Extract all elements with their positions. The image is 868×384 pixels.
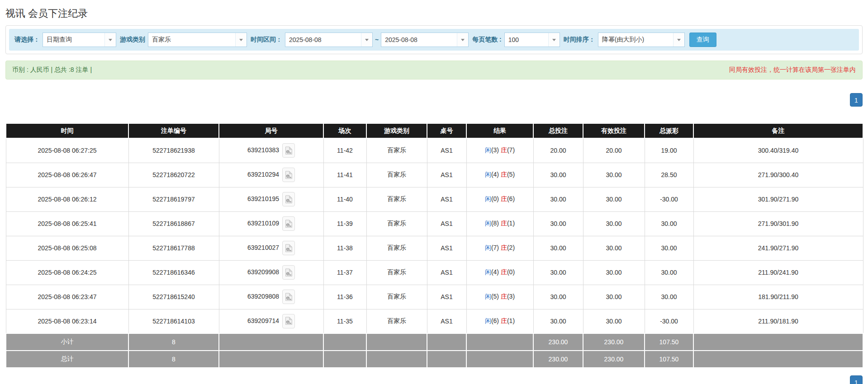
page-1-button[interactable]: 1 (850, 375, 863, 384)
subtotal-row: 小计 8 230.00 230.00 107.50 (6, 333, 863, 351)
game-type: 百家乐 (366, 163, 427, 187)
session: 11-41 (323, 163, 366, 187)
banker-score: (0) (507, 268, 515, 276)
game-type-dropdown[interactable]: 百家乐 (148, 33, 247, 47)
game-type: 百家乐 (366, 309, 427, 333)
valid-bet: 30.00 (583, 211, 645, 236)
video-clip-icon[interactable] (282, 192, 295, 206)
player-score: (0) (491, 195, 499, 202)
total-bet-link[interactable]: 20.00 (533, 138, 583, 163)
bet-time: 2025-08-08 06:23:47 (6, 285, 128, 309)
total-bet-link[interactable]: 30.00 (533, 285, 583, 309)
video-clip-icon[interactable] (282, 168, 295, 182)
round-id: 639210294 (247, 171, 279, 178)
bet-time: 2025-08-08 06:27:25 (6, 138, 128, 163)
col-time: 时间 (6, 123, 128, 138)
bet-time: 2025-08-08 06:23:14 (6, 309, 128, 333)
remark: 271.90/300.40 (693, 163, 863, 187)
page-size-dropdown[interactable]: 100 (504, 33, 560, 47)
col-session: 场次 (323, 123, 366, 138)
select-mode-label: 请选择： (14, 36, 40, 44)
table-no: AS1 (427, 236, 466, 260)
player-label: 闲 (485, 146, 491, 154)
total-payout: -30.00 (645, 187, 693, 211)
filter-bar: 请选择： 日期查询 游戏类别 百家乐 时间区间： 2025-08-08 ~ 20… (9, 29, 859, 51)
result-cell: 闲(3) 庄(7) (466, 138, 533, 163)
round-id: 639209808 (247, 293, 279, 300)
total-total-bet: 230.00 (533, 351, 583, 368)
player-label: 闲 (485, 317, 491, 324)
banker-label: 庄 (501, 171, 507, 178)
round-cell: 639210109 (219, 211, 323, 236)
bet-time: 2025-08-08 06:25:08 (6, 236, 128, 260)
player-score: (6) (491, 317, 499, 324)
bet-id: 522718619797 (128, 187, 219, 211)
table-no: AS1 (427, 138, 466, 163)
bet-id: 522718618867 (128, 211, 219, 236)
game-type: 百家乐 (366, 260, 427, 285)
search-button[interactable]: 查询 (689, 33, 716, 47)
date-to-value: 2025-08-08 (381, 36, 457, 43)
col-payout: 总派彩 (645, 123, 693, 138)
session: 11-36 (323, 285, 366, 309)
chevron-down-icon[interactable] (104, 33, 116, 47)
query-mode-dropdown[interactable]: 日期查询 (43, 33, 116, 47)
table-no: AS1 (427, 187, 466, 211)
round-cell: 639210027 (219, 236, 323, 260)
banker-score: (5) (507, 171, 515, 178)
table-row: 2025-08-08 06:25:41 522718618867 6392101… (6, 211, 863, 236)
date-to-dropdown[interactable]: 2025-08-08 (381, 33, 469, 47)
chevron-down-icon[interactable] (673, 33, 684, 47)
subtotal-valid-bet: 230.00 (583, 333, 645, 351)
game-type-label: 游戏类别 (120, 36, 145, 44)
round-cell: 639209908 (219, 260, 323, 285)
table-row: 2025-08-08 06:26:12 522718619797 6392101… (6, 187, 863, 211)
date-from-dropdown[interactable]: 2025-08-08 (285, 33, 373, 47)
video-clip-icon[interactable] (282, 241, 295, 255)
col-valid-bet: 有效投注 (583, 123, 645, 138)
video-clip-icon[interactable] (282, 216, 295, 231)
player-label: 闲 (485, 220, 491, 227)
game-type: 百家乐 (366, 138, 427, 163)
chevron-down-icon[interactable] (548, 33, 560, 47)
banker-score: (1) (507, 317, 515, 324)
table-no: AS1 (427, 163, 466, 187)
result-cell: 闲(6) 庄(1) (466, 309, 533, 333)
page-1-button[interactable]: 1 (850, 93, 863, 107)
chevron-down-icon[interactable] (361, 33, 372, 47)
time-sort-value: 降幂(由大到小) (598, 36, 673, 44)
player-score: (8) (491, 220, 499, 227)
chevron-down-icon[interactable] (235, 33, 247, 47)
banker-score: (1) (507, 220, 515, 227)
bet-id: 522718614103 (128, 309, 219, 333)
player-score: (4) (491, 268, 499, 276)
remark: 271.90/301.90 (693, 211, 863, 236)
total-bet-link[interactable]: 30.00 (533, 309, 583, 333)
col-game-type: 游戏类别 (366, 123, 427, 138)
date-from-value: 2025-08-08 (285, 36, 361, 43)
video-clip-icon[interactable] (282, 265, 295, 280)
chevron-down-icon[interactable] (457, 33, 468, 47)
total-bet-link[interactable]: 30.00 (533, 187, 583, 211)
round-id: 639210109 (247, 220, 279, 227)
table-row: 2025-08-08 06:26:47 522718620722 6392102… (6, 163, 863, 187)
result-cell: 闲(0) 庄(6) (466, 187, 533, 211)
game-type: 百家乐 (366, 187, 427, 211)
total-bet-link[interactable]: 30.00 (533, 163, 583, 187)
total-bet-link[interactable]: 30.00 (533, 260, 583, 285)
bet-time: 2025-08-08 06:25:41 (6, 211, 128, 236)
video-clip-icon[interactable] (282, 290, 295, 304)
total-bet-link[interactable]: 30.00 (533, 211, 583, 236)
subtotal-count: 8 (128, 333, 219, 351)
round-cell: 639209714 (219, 309, 323, 333)
video-clip-icon[interactable] (282, 143, 295, 158)
table-header: 时间 注单编号 局号 场次 游戏类别 桌号 结果 总投注 有效投注 总派彩 备注 (6, 123, 863, 138)
time-sort-dropdown[interactable]: 降幂(由大到小) (598, 33, 685, 47)
result-cell: 闲(7) 庄(2) (466, 236, 533, 260)
player-score: (3) (491, 146, 499, 154)
video-clip-icon[interactable] (282, 314, 295, 328)
banker-label: 庄 (501, 317, 507, 324)
table-row: 2025-08-08 06:23:14 522718614103 6392097… (6, 309, 863, 333)
total-bet-link[interactable]: 30.00 (533, 236, 583, 260)
remark: 300.40/319.40 (693, 138, 863, 163)
